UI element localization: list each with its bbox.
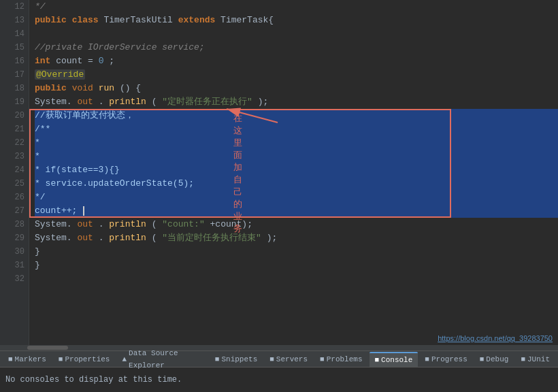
code-line-30: } bbox=[35, 245, 558, 259]
line-num-31: 31 bbox=[3, 259, 24, 272]
line-num-17: 17 bbox=[3, 68, 24, 82]
line-num-27: 27 bbox=[3, 204, 24, 218]
scroll-thumb[interactable] bbox=[27, 346, 68, 350]
line-num-13: 13 bbox=[3, 14, 24, 27]
tab-problems[interactable]: ■ Problems bbox=[314, 352, 367, 367]
code-line-27: count++; bbox=[35, 204, 558, 218]
code-line-20: //获取订单的支付状态， bbox=[35, 109, 558, 122]
code-line-16: int count = 0 ; bbox=[35, 54, 558, 68]
code-line-21: /** bbox=[35, 122, 558, 136]
line-num-32: 32 bbox=[3, 272, 24, 286]
line-num-18: 18 bbox=[3, 82, 24, 95]
editor-area: 12 13 14 15 16 17 18 19 20 21 22 23 24 2… bbox=[0, 0, 558, 350]
line-num-24: 24 bbox=[3, 163, 24, 177]
tab-snippets[interactable]: ■ Snippets bbox=[210, 352, 263, 367]
line-num-15: 15 bbox=[3, 41, 24, 54]
code-container: 12 13 14 15 16 17 18 19 20 21 22 23 24 2… bbox=[0, 0, 558, 345]
line-num-12: 12 bbox=[3, 0, 24, 14]
tab-console[interactable]: ■ Console bbox=[370, 352, 419, 367]
code-line-15: //private IOrderService service; bbox=[35, 41, 558, 54]
line-num-26: 26 bbox=[3, 191, 24, 204]
code-line-18: public void run () { bbox=[35, 82, 558, 95]
tab-junit[interactable]: ■ JUnit bbox=[515, 352, 555, 367]
line-num-19: 19 bbox=[3, 95, 24, 109]
tab-datasource[interactable]: ▲ Data Source Explorer bbox=[116, 352, 208, 367]
horizontal-scrollbar[interactable] bbox=[0, 345, 558, 350]
line-num-29: 29 bbox=[3, 231, 24, 245]
line-num-25: 25 bbox=[3, 177, 24, 191]
bottom-panel: ■ Markers ■ Properties ▲ Data Source Exp… bbox=[0, 350, 558, 392]
tab-servers[interactable]: ■ Servers bbox=[264, 352, 313, 367]
line-num-30: 30 bbox=[3, 245, 24, 259]
code-line-19: System. out . println ( "定时器任务正在执行" ); bbox=[35, 95, 558, 109]
tab-debug[interactable]: ■ Debug bbox=[474, 352, 514, 367]
console-content: No consoles to display at this time. bbox=[0, 368, 558, 392]
line-num-21: 21 bbox=[3, 122, 24, 136]
annotation-override: @Override bbox=[35, 69, 85, 80]
tab-progress[interactable]: ■ Progress bbox=[419, 352, 472, 367]
code-line-22: * bbox=[35, 136, 558, 150]
code-line-32 bbox=[35, 272, 558, 286]
code-line-12: */ bbox=[35, 0, 558, 14]
code-line-14 bbox=[35, 27, 558, 41]
line-numbers: 12 13 14 15 16 17 18 19 20 21 22 23 24 2… bbox=[3, 0, 29, 345]
line-num-28: 28 bbox=[3, 218, 24, 231]
code-line-24: * if(state==3){} bbox=[35, 163, 558, 177]
tab-markers[interactable]: ■ Markers bbox=[3, 352, 52, 367]
cursor bbox=[83, 206, 84, 216]
code-editor[interactable]: */ public class TimerTaskUtil extends Ti… bbox=[29, 0, 558, 345]
line-num-14: 14 bbox=[3, 27, 24, 41]
line-num-20: 20 bbox=[3, 109, 24, 122]
tab-properties[interactable]: ■ Properties bbox=[53, 352, 116, 367]
code-line-17: @Override bbox=[35, 68, 558, 82]
code-line-23: * bbox=[35, 150, 558, 163]
code-line-13: public class TimerTaskUtil extends Timer… bbox=[35, 14, 558, 27]
code-line-25: * service.updateOrderState(5); bbox=[35, 177, 558, 191]
code-line-31: } bbox=[35, 259, 558, 272]
console-message: No consoles to display at this time. bbox=[5, 375, 182, 385]
code-line-28: System. out . println ( "count:" +count)… bbox=[35, 218, 558, 231]
code-line-26: */ bbox=[35, 191, 558, 204]
watermark: https://blog.csdn.net/qq_39283750 bbox=[438, 334, 553, 342]
line-num-22: 22 bbox=[3, 136, 24, 150]
line-num-16: 16 bbox=[3, 54, 24, 68]
tab-bar: ■ Markers ■ Properties ▲ Data Source Exp… bbox=[0, 351, 558, 368]
code-line-29: System. out . println ( "当前定时任务执行结束" ); bbox=[35, 231, 558, 245]
line-num-23: 23 bbox=[3, 150, 24, 163]
